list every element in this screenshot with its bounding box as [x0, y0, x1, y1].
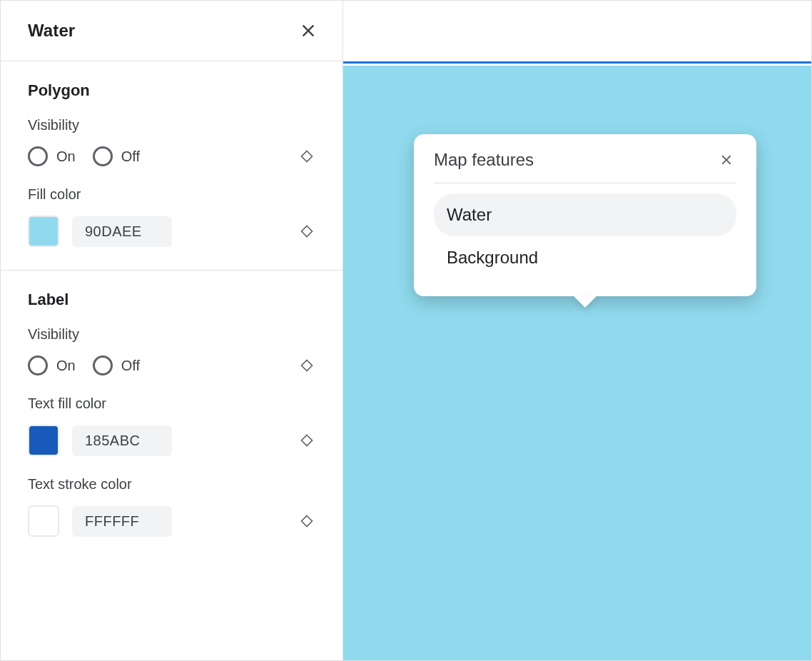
polygon-fill-color-label: Fill color: [28, 186, 315, 203]
polygon-visibility-label: Visibility: [28, 117, 315, 133]
label-section: Label Visibility On Off Text fi: [1, 271, 342, 560]
panel-title: Water: [28, 21, 75, 41]
popup-item-background[interactable]: Background: [434, 236, 736, 279]
map-preview: [343, 1, 811, 660]
label-visibility-label: Visibility: [28, 326, 315, 343]
text-fill-reset-button[interactable]: [298, 432, 315, 449]
diamond-icon: [300, 514, 314, 528]
close-panel-button[interactable]: [294, 16, 323, 45]
radio-label-on: On: [56, 358, 76, 374]
text-fill-hex-input[interactable]: [72, 425, 172, 456]
polygon-fill-hex-input[interactable]: [72, 216, 172, 247]
diamond-icon: [300, 224, 314, 238]
diamond-icon: [300, 149, 314, 163]
text-fill-swatch[interactable]: [28, 425, 59, 456]
text-stroke-hex-input[interactable]: [72, 506, 172, 537]
popup-item-water[interactable]: Water: [434, 193, 736, 236]
polygon-fill-swatch[interactable]: [28, 216, 59, 247]
panel-header: Water: [1, 1, 342, 61]
polygon-fill-reset-button[interactable]: [298, 223, 315, 240]
polygon-visibility-off-radio[interactable]: Off: [93, 146, 140, 166]
close-icon: [719, 152, 734, 168]
map-features-popup: Map features Water Background: [414, 134, 756, 296]
diamond-icon: [300, 358, 314, 373]
style-panel: Water Polygon Visibility On Off: [1, 1, 343, 660]
label-visibility-on-radio[interactable]: On: [28, 355, 76, 375]
radio-label-on: On: [56, 148, 76, 165]
text-stroke-swatch[interactable]: [28, 505, 59, 537]
label-section-title: Label: [28, 291, 315, 309]
radio-icon: [28, 146, 48, 166]
polygon-section-title: Polygon: [28, 81, 315, 100]
radio-label-off: Off: [121, 358, 140, 374]
label-visibility-off-radio[interactable]: Off: [93, 355, 140, 375]
polygon-visibility-on-radio[interactable]: On: [28, 146, 76, 166]
radio-icon: [93, 355, 113, 375]
radio-icon: [28, 355, 48, 375]
popup-title: Map features: [434, 150, 534, 170]
radio-label-off: Off: [121, 148, 140, 165]
preview-topbar: [343, 1, 811, 64]
radio-icon: [93, 146, 113, 166]
text-stroke-reset-button[interactable]: [298, 513, 315, 530]
text-fill-color-label: Text fill color: [28, 395, 315, 412]
close-icon: [298, 21, 318, 41]
polygon-section: Polygon Visibility On Off Fill: [1, 61, 342, 271]
label-visibility-reset-button[interactable]: [298, 357, 315, 374]
text-stroke-color-label: Text stroke color: [28, 476, 315, 493]
polygon-visibility-reset-button[interactable]: [298, 148, 315, 165]
diamond-icon: [300, 433, 314, 448]
popup-close-button[interactable]: [716, 150, 736, 170]
